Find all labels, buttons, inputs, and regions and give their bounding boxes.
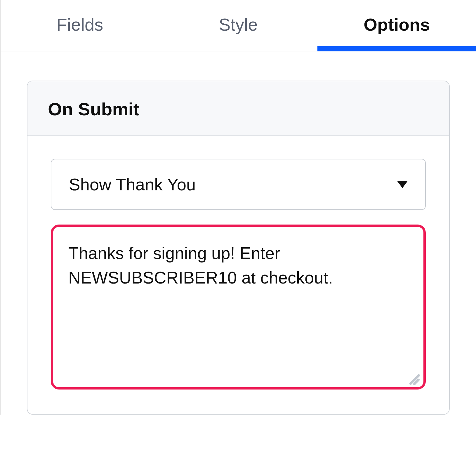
- tab-style[interactable]: Style: [159, 0, 318, 51]
- card-title: On Submit: [48, 99, 429, 119]
- tab-label: Fields: [56, 15, 103, 34]
- on-submit-card: On Submit Show Thank You: [27, 81, 450, 415]
- tabs-bar: Fields Style Options: [0, 0, 476, 51]
- tab-content: On Submit Show Thank You: [0, 51, 476, 415]
- tab-label: Options: [364, 15, 430, 34]
- tab-options[interactable]: Options: [317, 0, 476, 51]
- tab-label: Style: [219, 15, 258, 34]
- thank-you-message-wrapper: [51, 225, 426, 391]
- card-body: Show Thank You: [27, 136, 449, 414]
- on-submit-action-select-wrapper: Show Thank You: [51, 159, 426, 210]
- tab-fields[interactable]: Fields: [1, 0, 159, 51]
- select-value: Show Thank You: [69, 175, 196, 194]
- chevron-down-icon: [397, 181, 408, 188]
- on-submit-action-select[interactable]: Show Thank You: [51, 159, 426, 210]
- thank-you-message-textarea[interactable]: [51, 225, 426, 390]
- card-header: On Submit: [27, 81, 449, 136]
